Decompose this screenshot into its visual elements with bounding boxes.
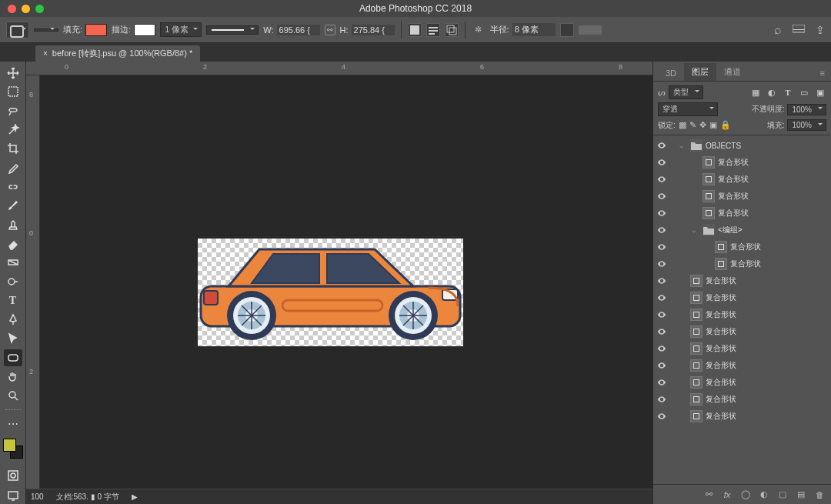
- fill-swatch[interactable]: [85, 24, 107, 36]
- blend-mode-dropdown[interactable]: 穿透: [658, 102, 718, 116]
- filter-image-icon[interactable]: ▦: [749, 86, 762, 98]
- edit-toolbar-icon[interactable]: ⋯: [4, 416, 22, 432]
- magic-wand-tool[interactable]: [4, 122, 22, 139]
- close-tab-icon[interactable]: ×: [43, 49, 48, 58]
- layer-name[interactable]: 复合形状: [718, 208, 749, 219]
- layer-row[interactable]: 复合形状: [653, 323, 831, 340]
- shape-tool-preset-dropdown[interactable]: [6, 22, 29, 38]
- visibility-icon[interactable]: [656, 174, 667, 185]
- height-field[interactable]: 275.84 {: [352, 25, 395, 35]
- panel-menu-icon[interactable]: ≡: [814, 65, 831, 81]
- ruler-vertical[interactable]: 8 0 2: [26, 75, 40, 489]
- layer-row[interactable]: 复合形状: [653, 289, 831, 306]
- quick-mask-icon[interactable]: [4, 467, 22, 484]
- workspace-icon[interactable]: [793, 25, 805, 35]
- layer-row[interactable]: 复合形状: [653, 391, 831, 408]
- filter-adjust-icon[interactable]: ◐: [766, 86, 778, 98]
- layer-fx-icon[interactable]: fx: [722, 489, 733, 500]
- lock-position-icon[interactable]: ✥: [699, 120, 706, 130]
- visibility-icon[interactable]: [656, 360, 667, 371]
- stroke-swatch[interactable]: [134, 24, 155, 36]
- radius-field[interactable]: 8 像素: [512, 23, 556, 36]
- zoom-percent[interactable]: 100: [31, 492, 44, 501]
- lock-artboard-icon[interactable]: ▣: [709, 120, 717, 130]
- filter-kind-dropdown[interactable]: 类型: [669, 85, 703, 99]
- lock-paint-icon[interactable]: ✎: [689, 120, 696, 130]
- layer-name[interactable]: 复合形状: [706, 309, 736, 320]
- brush-tool[interactable]: [4, 198, 22, 215]
- layer-row[interactable]: 复合形状: [653, 154, 831, 171]
- layer-name[interactable]: 复合形状: [718, 191, 749, 202]
- visibility-icon[interactable]: [656, 292, 667, 303]
- layer-row[interactable]: 复合形状: [653, 340, 831, 357]
- dodge-tool[interactable]: [4, 273, 22, 290]
- tab-layers[interactable]: 图层: [684, 63, 716, 81]
- share-icon[interactable]: [816, 24, 825, 36]
- tab-3d[interactable]: 3D: [658, 65, 684, 81]
- radius-link-icon[interactable]: [560, 23, 574, 37]
- tab-channels[interactable]: 通道: [716, 63, 749, 81]
- layer-row[interactable]: 复合形状: [653, 205, 831, 222]
- maximize-window-button[interactable]: [35, 5, 44, 13]
- filter-search-icon[interactable]: ᔕ: [658, 88, 666, 98]
- lock-all-icon[interactable]: 🔒: [720, 120, 731, 130]
- minimize-window-button[interactable]: [22, 5, 30, 13]
- path-arrange-icon[interactable]: [445, 23, 459, 37]
- link-layers-icon[interactable]: ⚯: [703, 489, 714, 500]
- eyedropper-tool[interactable]: [4, 159, 22, 176]
- layer-name[interactable]: 复合形状: [730, 259, 761, 269]
- search-icon[interactable]: [774, 23, 782, 37]
- ruler-horizontal[interactable]: 0 2 4 6 8: [26, 62, 652, 75]
- opacity-field[interactable]: 100%: [787, 104, 826, 115]
- group-layers-icon[interactable]: ▢: [777, 489, 788, 500]
- lock-pixels-icon[interactable]: ▩: [679, 120, 686, 130]
- stroke-width-dropdown[interactable]: 1 像素: [160, 22, 202, 37]
- layer-row[interactable]: 复合形状: [653, 239, 831, 255]
- layer-name[interactable]: 复合形状: [730, 242, 761, 252]
- visibility-icon[interactable]: [656, 394, 667, 405]
- layer-mask-icon[interactable]: ◯: [740, 489, 751, 500]
- layer-name[interactable]: 复合形状: [706, 360, 736, 371]
- new-layer-icon[interactable]: ▤: [796, 489, 806, 500]
- layer-name[interactable]: 复合形状: [706, 275, 736, 286]
- visibility-icon[interactable]: [656, 157, 667, 168]
- visibility-icon[interactable]: [656, 377, 667, 388]
- twisty-icon[interactable]: ⌵: [692, 226, 699, 234]
- fg-bg-swatches[interactable]: [3, 439, 23, 459]
- shape-mode-dropdown[interactable]: [34, 28, 58, 32]
- fill-opacity-field[interactable]: 100%: [787, 119, 826, 131]
- canvas[interactable]: [40, 75, 652, 489]
- layer-list[interactable]: ⌵OBJECTS复合形状复合形状复合形状复合形状⌵<编组>复合形状复合形状复合形…: [653, 135, 831, 484]
- visibility-icon[interactable]: [656, 191, 667, 202]
- gear-icon[interactable]: ✲: [472, 23, 486, 37]
- visibility-icon[interactable]: [656, 275, 667, 286]
- layer-name[interactable]: 复合形状: [718, 174, 749, 185]
- path-op-combine-icon[interactable]: [408, 23, 422, 37]
- layer-name[interactable]: <编组>: [718, 225, 743, 235]
- close-window-button[interactable]: [8, 5, 16, 13]
- status-arrow-icon[interactable]: ▶: [132, 492, 138, 501]
- pen-tool[interactable]: [4, 312, 22, 329]
- screen-mode-icon[interactable]: [4, 487, 22, 504]
- visibility-icon[interactable]: [656, 242, 667, 252]
- visibility-icon[interactable]: [656, 326, 667, 337]
- eraser-tool[interactable]: [4, 235, 22, 252]
- layer-row[interactable]: 复合形状: [653, 272, 831, 289]
- path-align-icon[interactable]: [426, 23, 440, 37]
- stroke-style-dropdown[interactable]: [206, 25, 259, 35]
- healing-brush-tool[interactable]: [4, 179, 22, 195]
- fg-color-swatch[interactable]: [3, 439, 16, 452]
- adjustment-layer-icon[interactable]: ◐: [759, 489, 769, 500]
- layer-row[interactable]: 复合形状: [653, 306, 831, 323]
- layer-name[interactable]: 复合形状: [706, 326, 736, 337]
- filter-smart-icon[interactable]: ▣: [814, 86, 826, 98]
- zoom-tool[interactable]: [4, 387, 22, 404]
- layer-row[interactable]: 复合形状: [653, 408, 831, 425]
- visibility-icon[interactable]: [656, 343, 667, 354]
- layer-row[interactable]: ⌵<编组>: [653, 222, 831, 239]
- rounded-rectangle-tool[interactable]: [4, 349, 22, 366]
- document-tab[interactable]: × before [转换].psu @ 100%(RGB/8#) *: [35, 45, 200, 62]
- twisty-icon[interactable]: ⌵: [679, 142, 687, 149]
- visibility-icon[interactable]: [656, 225, 667, 235]
- hand-tool[interactable]: [4, 369, 22, 386]
